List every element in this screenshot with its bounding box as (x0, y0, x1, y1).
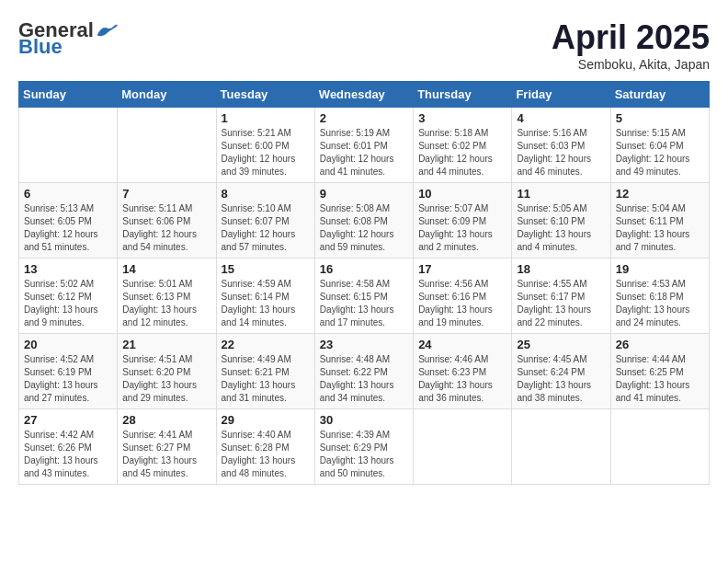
day-info: Sunrise: 4:56 AMSunset: 6:16 PMDaylight:… (418, 278, 506, 329)
day-info: Sunrise: 5:01 AMSunset: 6:13 PMDaylight:… (122, 278, 210, 329)
calendar-cell: 30Sunrise: 4:39 AMSunset: 6:29 PMDayligh… (314, 409, 413, 485)
day-number: 26 (616, 338, 704, 351)
day-number: 25 (517, 338, 605, 351)
day-number: 18 (517, 262, 605, 276)
calendar-cell: 28Sunrise: 4:41 AMSunset: 6:27 PMDayligh… (118, 409, 216, 485)
calendar-cell: 26Sunrise: 4:44 AMSunset: 6:25 PMDayligh… (610, 334, 709, 409)
calendar-cell: 3Sunrise: 5:18 AMSunset: 6:02 PMDaylight… (414, 108, 512, 183)
calendar-cell: 17Sunrise: 4:56 AMSunset: 6:16 PMDayligh… (414, 259, 512, 334)
day-number: 19 (616, 262, 704, 276)
calendar-cell: 1Sunrise: 5:21 AMSunset: 6:00 PMDaylight… (216, 108, 314, 183)
calendar-week-row: 1Sunrise: 5:21 AMSunset: 6:00 PMDaylight… (19, 108, 710, 183)
day-number: 7 (122, 187, 210, 201)
day-number: 17 (418, 262, 506, 276)
calendar-cell (19, 108, 118, 183)
day-number: 2 (320, 111, 408, 125)
day-info: Sunrise: 5:08 AMSunset: 6:08 PMDaylight:… (320, 202, 408, 254)
calendar-cell: 15Sunrise: 4:59 AMSunset: 6:14 PMDayligh… (216, 259, 314, 334)
day-info: Sunrise: 4:40 AMSunset: 6:28 PMDaylight:… (222, 429, 310, 480)
weekday-header-saturday: Saturday (610, 82, 709, 108)
day-info: Sunrise: 4:55 AMSunset: 6:17 PMDaylight:… (517, 278, 605, 329)
calendar-week-row: 20Sunrise: 4:52 AMSunset: 6:19 PMDayligh… (19, 334, 710, 409)
calendar-cell: 7Sunrise: 5:11 AMSunset: 6:06 PMDaylight… (118, 183, 216, 259)
title-block: April 2025 Semboku, Akita, Japan (552, 18, 710, 72)
calendar-cell: 9Sunrise: 5:08 AMSunset: 6:08 PMDaylight… (314, 183, 413, 259)
weekday-header-tuesday: Tuesday (216, 82, 314, 108)
day-number: 27 (24, 413, 112, 427)
day-number: 3 (418, 111, 506, 125)
day-number: 16 (320, 262, 408, 276)
logo-bird-icon (96, 22, 118, 39)
day-info: Sunrise: 5:10 AMSunset: 6:07 PMDaylight:… (222, 202, 310, 254)
day-info: Sunrise: 5:04 AMSunset: 6:11 PMDaylight:… (616, 202, 704, 254)
calendar-cell: 27Sunrise: 4:42 AMSunset: 6:26 PMDayligh… (19, 409, 118, 485)
day-number: 6 (24, 187, 112, 201)
weekday-header-friday: Friday (512, 82, 610, 108)
day-number: 10 (418, 187, 506, 201)
day-number: 20 (24, 338, 112, 351)
day-info: Sunrise: 4:59 AMSunset: 6:14 PMDaylight:… (222, 278, 310, 329)
calendar-cell: 2Sunrise: 5:19 AMSunset: 6:01 PMDaylight… (314, 108, 413, 183)
day-info: Sunrise: 4:48 AMSunset: 6:22 PMDaylight:… (320, 353, 408, 405)
day-info: Sunrise: 4:39 AMSunset: 6:29 PMDaylight:… (320, 429, 408, 480)
logo-blue-text: Blue (18, 35, 63, 59)
calendar-cell (414, 409, 512, 485)
day-info: Sunrise: 5:16 AMSunset: 6:03 PMDaylight:… (517, 127, 605, 178)
calendar-cell: 25Sunrise: 4:45 AMSunset: 6:24 PMDayligh… (512, 334, 610, 409)
calendar-cell: 29Sunrise: 4:40 AMSunset: 6:28 PMDayligh… (216, 409, 314, 485)
day-number: 30 (320, 413, 408, 427)
calendar-week-row: 13Sunrise: 5:02 AMSunset: 6:12 PMDayligh… (19, 259, 710, 334)
location-text: Semboku, Akita, Japan (552, 57, 710, 72)
calendar-cell: 23Sunrise: 4:48 AMSunset: 6:22 PMDayligh… (314, 334, 413, 409)
day-info: Sunrise: 5:05 AMSunset: 6:10 PMDaylight:… (517, 202, 605, 254)
day-info: Sunrise: 4:49 AMSunset: 6:21 PMDaylight:… (222, 353, 310, 405)
day-number: 24 (418, 338, 506, 351)
calendar-cell: 19Sunrise: 4:53 AMSunset: 6:18 PMDayligh… (610, 259, 709, 334)
calendar-cell: 20Sunrise: 4:52 AMSunset: 6:19 PMDayligh… (19, 334, 118, 409)
day-number: 11 (517, 187, 605, 201)
day-number: 8 (222, 187, 310, 201)
calendar-week-row: 6Sunrise: 5:13 AMSunset: 6:05 PMDaylight… (19, 183, 710, 259)
calendar-cell (610, 409, 709, 485)
calendar-cell: 6Sunrise: 5:13 AMSunset: 6:05 PMDaylight… (19, 183, 118, 259)
day-number: 28 (122, 413, 210, 427)
calendar-cell: 11Sunrise: 5:05 AMSunset: 6:10 PMDayligh… (512, 183, 610, 259)
calendar-week-row: 27Sunrise: 4:42 AMSunset: 6:26 PMDayligh… (19, 409, 710, 485)
calendar-cell: 12Sunrise: 5:04 AMSunset: 6:11 PMDayligh… (610, 183, 709, 259)
day-number: 9 (320, 187, 408, 201)
day-info: Sunrise: 4:45 AMSunset: 6:24 PMDaylight:… (517, 353, 605, 405)
day-info: Sunrise: 4:51 AMSunset: 6:20 PMDaylight:… (122, 353, 210, 405)
calendar-cell: 21Sunrise: 4:51 AMSunset: 6:20 PMDayligh… (118, 334, 216, 409)
calendar-cell: 14Sunrise: 5:01 AMSunset: 6:13 PMDayligh… (118, 259, 216, 334)
calendar-cell: 18Sunrise: 4:55 AMSunset: 6:17 PMDayligh… (512, 259, 610, 334)
day-info: Sunrise: 5:11 AMSunset: 6:06 PMDaylight:… (122, 202, 210, 254)
day-number: 14 (122, 262, 210, 276)
logo: General Blue (18, 18, 118, 59)
calendar-cell (512, 409, 610, 485)
weekday-header-monday: Monday (118, 82, 216, 108)
calendar-cell: 22Sunrise: 4:49 AMSunset: 6:21 PMDayligh… (216, 334, 314, 409)
day-number: 21 (122, 338, 210, 351)
day-info: Sunrise: 4:53 AMSunset: 6:18 PMDaylight:… (616, 278, 704, 329)
day-number: 23 (320, 338, 408, 351)
day-info: Sunrise: 5:19 AMSunset: 6:01 PMDaylight:… (320, 127, 408, 178)
day-number: 22 (222, 338, 310, 351)
calendar-cell: 13Sunrise: 5:02 AMSunset: 6:12 PMDayligh… (19, 259, 118, 334)
day-number: 13 (24, 262, 112, 276)
weekday-header-row: SundayMondayTuesdayWednesdayThursdayFrid… (19, 82, 710, 108)
day-info: Sunrise: 5:21 AMSunset: 6:00 PMDaylight:… (222, 127, 310, 178)
day-info: Sunrise: 5:18 AMSunset: 6:02 PMDaylight:… (418, 127, 506, 178)
day-number: 5 (616, 111, 704, 125)
calendar-cell: 4Sunrise: 5:16 AMSunset: 6:03 PMDaylight… (512, 108, 610, 183)
calendar-cell: 10Sunrise: 5:07 AMSunset: 6:09 PMDayligh… (414, 183, 512, 259)
month-title: April 2025 (552, 18, 710, 57)
day-info: Sunrise: 5:07 AMSunset: 6:09 PMDaylight:… (418, 202, 506, 254)
calendar-table: SundayMondayTuesdayWednesdayThursdayFrid… (18, 81, 710, 485)
page-header: General Blue April 2025 Semboku, Akita, … (18, 18, 710, 72)
weekday-header-thursday: Thursday (414, 82, 512, 108)
day-number: 29 (222, 413, 310, 427)
calendar-cell: 24Sunrise: 4:46 AMSunset: 6:23 PMDayligh… (414, 334, 512, 409)
day-number: 4 (517, 111, 605, 125)
day-info: Sunrise: 4:42 AMSunset: 6:26 PMDaylight:… (24, 429, 112, 480)
calendar-cell: 8Sunrise: 5:10 AMSunset: 6:07 PMDaylight… (216, 183, 314, 259)
